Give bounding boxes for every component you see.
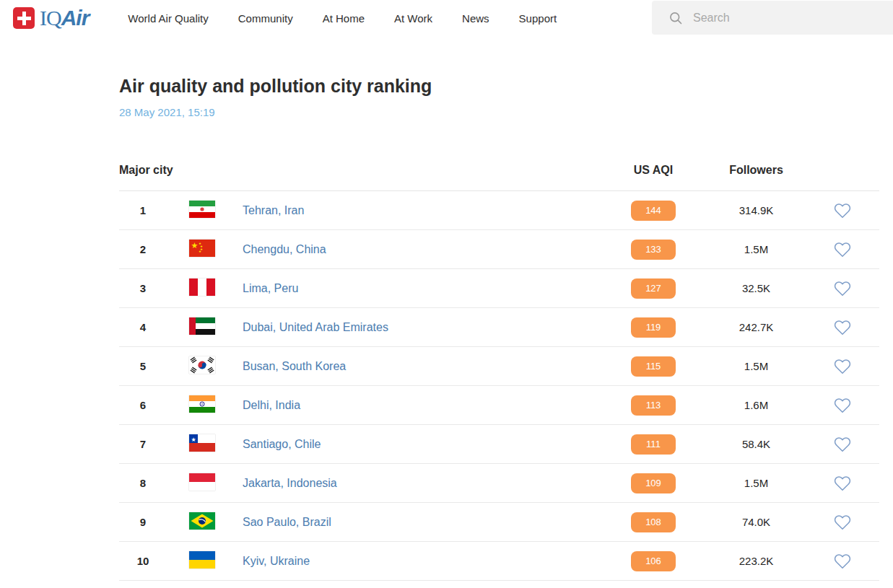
table-row[interactable]: 10 Kyiv, Ukraine 106 223.2K: [119, 542, 879, 581]
rank-number: 1: [119, 204, 167, 216]
rank-number: 4: [119, 321, 167, 333]
followers-count: 1.5M: [697, 477, 816, 489]
aqi-badge: 119: [631, 317, 676, 338]
rank-number: 3: [119, 282, 167, 294]
page-title: Air quality and pollution city ranking: [119, 76, 879, 97]
logo-wordmark: IQAir: [40, 7, 89, 29]
flag-indonesia-icon: [189, 473, 215, 491]
followers-count: 1.6M: [697, 399, 816, 411]
swiss-cross-icon: [13, 7, 35, 29]
column-header-major-city: Major city: [119, 164, 610, 177]
heart-icon: [834, 280, 851, 297]
table-header-row: Major city US AQI Followers: [119, 149, 879, 191]
follow-button[interactable]: [831, 433, 854, 456]
flag-chile-icon: ★: [189, 434, 215, 452]
search-input[interactable]: [693, 12, 881, 25]
rank-number: 8: [119, 477, 167, 489]
follow-button[interactable]: [831, 511, 854, 534]
follow-button[interactable]: [831, 472, 854, 495]
city-link[interactable]: Busan, South Korea: [243, 360, 346, 372]
flag-china-icon: ★★★★★: [189, 240, 215, 257]
ranking-table-body: 1 Tehran, Iran 144 314.9K 2 ★★★★★ Chengd…: [119, 191, 879, 581]
heart-icon: [834, 319, 851, 336]
heart-icon: [834, 475, 851, 492]
page-timestamp: 28 May 2021, 15:19: [119, 106, 879, 118]
flag-uae-icon: [189, 317, 215, 335]
aqi-badge: 111: [631, 434, 676, 455]
table-row[interactable]: 5 Busan, South Korea 115 1.5M: [119, 347, 879, 386]
rank-number: 5: [119, 360, 167, 372]
column-header-us-aqi: US AQI: [610, 164, 697, 177]
svg-text:★: ★: [199, 250, 201, 253]
flag-india-icon: [189, 395, 215, 413]
follow-button[interactable]: [831, 355, 854, 378]
followers-count: 74.0K: [697, 516, 816, 528]
table-row[interactable]: 1 Tehran, Iran 144 314.9K: [119, 191, 879, 230]
heart-icon: [834, 514, 851, 531]
aqi-badge: 127: [631, 278, 676, 299]
nav-item-support[interactable]: Support: [519, 12, 557, 25]
heart-icon: [834, 436, 851, 453]
followers-count: 242.7K: [697, 321, 816, 333]
follow-button[interactable]: [831, 277, 854, 300]
followers-count: 314.9K: [697, 204, 816, 216]
rank-number: 9: [119, 516, 167, 528]
flag-iran-icon: [189, 201, 215, 218]
table-row[interactable]: 3 Lima, Peru 127 32.5K: [119, 269, 879, 308]
city-ranking-table: Major city US AQI Followers 1 Tehran, Ir…: [119, 149, 879, 581]
table-row[interactable]: 9 Sao Paulo, Brazil 108 74.0K: [119, 503, 879, 542]
follow-button[interactable]: [831, 316, 854, 339]
heart-icon: [834, 202, 851, 219]
heart-icon: [834, 241, 851, 258]
flag-brazil-icon: [189, 512, 215, 530]
rank-number: 2: [119, 243, 167, 255]
follow-button[interactable]: [831, 199, 854, 222]
aqi-badge: 108: [631, 512, 676, 532]
flag-south-korea-icon: [189, 356, 215, 374]
city-link[interactable]: Dubai, United Arab Emirates: [243, 321, 388, 333]
followers-count: 1.5M: [697, 360, 816, 372]
heart-icon: [834, 553, 851, 570]
city-link[interactable]: Tehran, Iran: [243, 204, 304, 216]
followers-count: 58.4K: [697, 438, 816, 450]
city-link[interactable]: Jakarta, Indonesia: [243, 477, 337, 489]
city-link[interactable]: Delhi, India: [243, 399, 300, 411]
aqi-badge: 133: [631, 240, 676, 260]
rank-number: 7: [119, 438, 167, 450]
svg-text:★: ★: [191, 240, 199, 249]
nav-item-at-home[interactable]: At Home: [323, 12, 365, 25]
table-row[interactable]: 8 Jakarta, Indonesia 109 1.5M: [119, 464, 879, 503]
rank-number: 10: [119, 555, 167, 567]
follow-button[interactable]: [831, 238, 854, 261]
nav-item-world-air-quality[interactable]: World Air Quality: [128, 12, 208, 25]
heart-icon: [834, 397, 851, 414]
aqi-badge: 115: [631, 356, 676, 377]
table-row[interactable]: 6 Delhi, India 113 1.6M: [119, 386, 879, 425]
search-box: [652, 1, 893, 35]
search-icon: [668, 11, 683, 25]
city-link[interactable]: Sao Paulo, Brazil: [243, 516, 331, 528]
column-header-followers: Followers: [697, 164, 816, 177]
followers-count: 1.5M: [697, 243, 816, 255]
table-row[interactable]: 2 ★★★★★ Chengdu, China 133 1.5M: [119, 230, 879, 269]
city-link[interactable]: Kyiv, Ukraine: [243, 555, 310, 567]
nav-item-at-work[interactable]: At Work: [394, 12, 432, 25]
nav-item-news[interactable]: News: [462, 12, 489, 25]
follow-button[interactable]: [831, 550, 854, 573]
rank-number: 6: [119, 399, 167, 411]
aqi-badge: 106: [631, 551, 676, 571]
aqi-badge: 109: [631, 473, 676, 493]
top-navigation-bar: IQAir World Air Quality Community At Hom…: [0, 0, 893, 36]
followers-count: 32.5K: [697, 282, 816, 294]
iqair-logo[interactable]: IQAir: [13, 7, 89, 29]
flag-peru-icon: [189, 278, 215, 296]
main-content: Air quality and pollution city ranking 2…: [0, 76, 893, 581]
city-link[interactable]: Santiago, Chile: [243, 438, 321, 450]
city-link[interactable]: Chengdu, China: [243, 243, 326, 255]
table-row[interactable]: 4 Dubai, United Arab Emirates 119 242.7K: [119, 308, 879, 347]
aqi-badge: 113: [631, 395, 676, 416]
nav-item-community[interactable]: Community: [238, 12, 293, 25]
follow-button[interactable]: [831, 394, 854, 417]
table-row[interactable]: 7 ★ Santiago, Chile 111 58.4K: [119, 425, 879, 464]
city-link[interactable]: Lima, Peru: [243, 282, 298, 294]
